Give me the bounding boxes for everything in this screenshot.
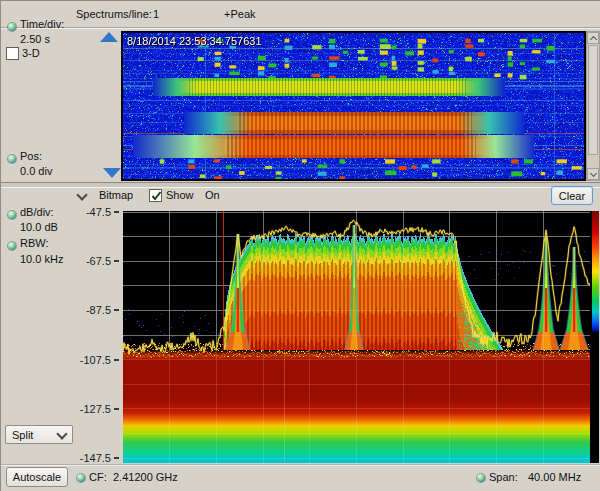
spectrogram-bottom-marker[interactable] [103,168,121,178]
show-label: Show [166,189,194,201]
spectrogram-scrollbar[interactable] [586,31,600,181]
threed-label: 3-D [22,47,40,59]
pos-label: Pos: [20,150,42,162]
y-axis-tick [114,457,119,459]
y-axis-label: -107.5 [59,354,111,366]
clear-button[interactable]: Clear [551,186,593,205]
bottom-divider [1,464,600,466]
rbw-value[interactable]: 10.0 kHz [20,253,63,265]
y-axis-label: -47.5 [59,206,111,218]
show-checkbox[interactable] [149,189,162,202]
time-div-value[interactable]: 2.50 s [20,33,50,45]
time-div-orb-icon [8,23,16,31]
span-label: Span: [489,471,518,483]
cf-value[interactable]: 2.41200 GHz [113,471,178,483]
spectrogram-top-marker[interactable] [100,32,118,42]
autoscale-button-label: Autoscale [13,471,61,483]
cf-orb-icon [77,474,85,482]
clear-button-label: Clear [559,190,585,202]
chevron-down-icon [56,428,67,439]
time-div-label: Time/div: [20,18,64,30]
spectrogram-display: 8/18/2014 23:53:34.757631 [121,31,586,181]
y-axis-tick [114,260,119,262]
y-axis-tick [114,359,119,361]
spectrogram-canvas [123,33,584,179]
cf-label: CF: [89,471,107,483]
spectrums-per-line-label: Spectrums/line: [76,8,152,20]
density-colorbar-frame [590,211,599,463]
y-axis-label: -87.5 [59,304,111,316]
dbdiv-label: dB/div: [20,206,54,218]
scroll-down-button[interactable] [587,168,599,180]
span-orb-icon [477,474,485,482]
chevron-up-icon [590,36,597,43]
threed-checkbox[interactable] [6,47,19,60]
scrollbar-thumb[interactable] [588,45,598,155]
spectrum-canvas [123,211,590,463]
spectrum-analyzer-window: Spectrums/line: 1 +Peak Time/div: 2.50 s… [0,0,600,491]
autoscale-button[interactable]: Autoscale [6,467,68,487]
span-value[interactable]: 40.00 MHz [528,471,581,483]
chevron-down-icon [590,170,597,177]
y-axis-tick [114,211,119,213]
detector-mode-label[interactable]: +Peak [224,8,256,20]
show-state-label: On [205,189,220,201]
y-axis-tick [114,309,119,311]
pane-splitter[interactable] [1,182,600,188]
y-axis-label: -147.5 [59,452,111,464]
rbw-label: RBW: [20,237,49,249]
dbdiv-orb-icon [8,211,16,219]
scroll-up-button[interactable] [587,32,599,44]
toolbar-divider [1,27,600,29]
collapse-chevron-icon[interactable] [76,189,87,200]
y-axis-label: -67.5 [59,255,111,267]
y-axis-label: -127.5 [59,403,111,415]
checkmark-icon [150,189,163,202]
split-view-dropdown-value: Split [12,429,33,441]
rbw-orb-icon [8,242,16,250]
y-axis-tick [114,408,119,410]
pos-orb-icon [8,155,16,163]
spectrums-per-line-value[interactable]: 1 [153,8,159,20]
dbdiv-value[interactable]: 10.0 dB [20,221,58,233]
bitmap-label: Bitmap [99,189,133,201]
spectrogram-timestamp: 8/18/2014 23:53:34.757631 [127,35,262,47]
pos-value[interactable]: 0.0 div [20,165,52,177]
split-view-dropdown[interactable]: Split [5,425,73,444]
density-colorbar [592,211,599,463]
